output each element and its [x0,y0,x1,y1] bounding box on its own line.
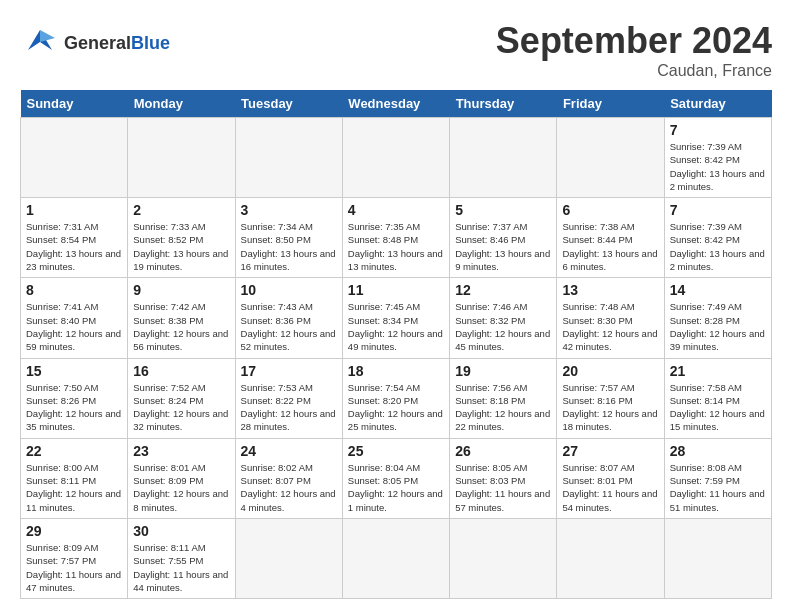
weekday-header: Saturday [664,90,771,118]
calendar-day-empty [342,118,449,198]
weekday-header: Friday [557,90,664,118]
calendar-week-row: 22Sunrise: 8:00 AMSunset: 8:11 PMDayligh… [21,438,772,518]
calendar-week-row: 15Sunrise: 7:50 AMSunset: 8:26 PMDayligh… [21,358,772,438]
logo-bird-icon [20,20,60,67]
calendar-day: 15Sunrise: 7:50 AMSunset: 8:26 PMDayligh… [21,358,128,438]
weekday-header: Wednesday [342,90,449,118]
weekday-header: Thursday [450,90,557,118]
calendar-day: 2Sunrise: 7:33 AMSunset: 8:52 PMDaylight… [128,198,235,278]
calendar-day: 17Sunrise: 7:53 AMSunset: 8:22 PMDayligh… [235,358,342,438]
calendar-day-empty [557,118,664,198]
title-block: September 2024 Caudan, France [496,20,772,80]
calendar-day: 5Sunrise: 7:37 AMSunset: 8:46 PMDaylight… [450,198,557,278]
calendar-header-row: SundayMondayTuesdayWednesdayThursdayFrid… [21,90,772,118]
logo: GeneralBlue [20,20,170,67]
calendar-day [342,518,449,598]
calendar-day: 20Sunrise: 7:57 AMSunset: 8:16 PMDayligh… [557,358,664,438]
calendar-day: 19Sunrise: 7:56 AMSunset: 8:18 PMDayligh… [450,358,557,438]
calendar-day: 9Sunrise: 7:42 AMSunset: 8:38 PMDaylight… [128,278,235,358]
calendar-day: 12Sunrise: 7:46 AMSunset: 8:32 PMDayligh… [450,278,557,358]
calendar-day: 25Sunrise: 8:04 AMSunset: 8:05 PMDayligh… [342,438,449,518]
calendar-week-row: 8Sunrise: 7:41 AMSunset: 8:40 PMDaylight… [21,278,772,358]
calendar-day [235,518,342,598]
logo-blue: Blue [131,33,170,53]
calendar-day: 13Sunrise: 7:48 AMSunset: 8:30 PMDayligh… [557,278,664,358]
calendar-day-empty [235,118,342,198]
calendar-day: 29Sunrise: 8:09 AMSunset: 7:57 PMDayligh… [21,518,128,598]
weekday-header: Sunday [21,90,128,118]
calendar-week-row: 7Sunrise: 7:39 AMSunset: 8:42 PMDaylight… [21,118,772,198]
calendar-day [450,518,557,598]
calendar-day: 8Sunrise: 7:41 AMSunset: 8:40 PMDaylight… [21,278,128,358]
calendar-day: 4Sunrise: 7:35 AMSunset: 8:48 PMDaylight… [342,198,449,278]
calendar-day: 10Sunrise: 7:43 AMSunset: 8:36 PMDayligh… [235,278,342,358]
calendar-day [557,518,664,598]
calendar-day: 21Sunrise: 7:58 AMSunset: 8:14 PMDayligh… [664,358,771,438]
calendar-day: 26Sunrise: 8:05 AMSunset: 8:03 PMDayligh… [450,438,557,518]
svg-marker-1 [40,30,55,42]
calendar-week-row: 29Sunrise: 8:09 AMSunset: 7:57 PMDayligh… [21,518,772,598]
weekday-header: Tuesday [235,90,342,118]
location: Caudan, France [496,62,772,80]
logo-text: GeneralBlue [64,34,170,54]
calendar-day-empty [128,118,235,198]
month-title: September 2024 [496,20,772,62]
calendar-table: SundayMondayTuesdayWednesdayThursdayFrid… [20,90,772,599]
calendar-day: 14Sunrise: 7:49 AMSunset: 8:28 PMDayligh… [664,278,771,358]
calendar-day: 30Sunrise: 8:11 AMSunset: 7:55 PMDayligh… [128,518,235,598]
page-header: GeneralBlue September 2024 Caudan, Franc… [20,20,772,80]
calendar-day: 6Sunrise: 7:38 AMSunset: 8:44 PMDaylight… [557,198,664,278]
calendar-day: 28Sunrise: 8:08 AMSunset: 7:59 PMDayligh… [664,438,771,518]
calendar-day-empty [21,118,128,198]
calendar-day: 3Sunrise: 7:34 AMSunset: 8:50 PMDaylight… [235,198,342,278]
calendar-day: 18Sunrise: 7:54 AMSunset: 8:20 PMDayligh… [342,358,449,438]
calendar-day: 27Sunrise: 8:07 AMSunset: 8:01 PMDayligh… [557,438,664,518]
calendar-day: 1Sunrise: 7:31 AMSunset: 8:54 PMDaylight… [21,198,128,278]
calendar-week-row: 1Sunrise: 7:31 AMSunset: 8:54 PMDaylight… [21,198,772,278]
calendar-day-empty [450,118,557,198]
calendar-day [664,518,771,598]
calendar-day: 7Sunrise: 7:39 AMSunset: 8:42 PMDaylight… [664,198,771,278]
calendar-day: 23Sunrise: 8:01 AMSunset: 8:09 PMDayligh… [128,438,235,518]
calendar-day: 11Sunrise: 7:45 AMSunset: 8:34 PMDayligh… [342,278,449,358]
calendar-day: 24Sunrise: 8:02 AMSunset: 8:07 PMDayligh… [235,438,342,518]
calendar-day: 7Sunrise: 7:39 AMSunset: 8:42 PMDaylight… [664,118,771,198]
calendar-day: 22Sunrise: 8:00 AMSunset: 8:11 PMDayligh… [21,438,128,518]
calendar-day: 16Sunrise: 7:52 AMSunset: 8:24 PMDayligh… [128,358,235,438]
logo-general: General [64,33,131,53]
weekday-header: Monday [128,90,235,118]
